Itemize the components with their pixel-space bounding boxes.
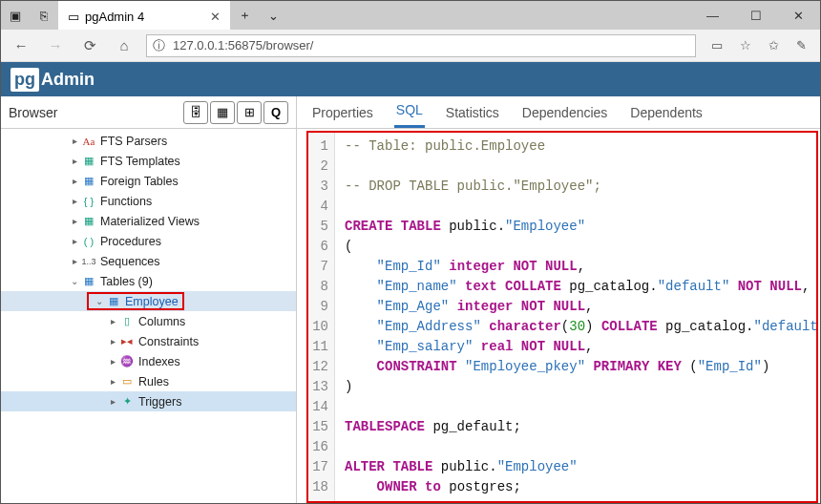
browser-title: Browser <box>9 105 57 120</box>
line-gutter: 123456789101112131415161718 <box>308 133 335 501</box>
functions-icon: { } <box>81 196 96 207</box>
tree-item-fts-parsers[interactable]: ▸AaFTS Parsers <box>1 131 296 151</box>
forward-button[interactable]: → <box>43 37 68 53</box>
constraints-icon: ▸◂ <box>119 335 135 347</box>
home-button[interactable]: ⌂ <box>112 37 137 53</box>
columns-icon: ▯ <box>119 315 135 327</box>
table-icon: ▦ <box>106 295 121 307</box>
tree-item-sequences[interactable]: ▸1..3Sequences <box>1 251 296 271</box>
tree-item-materialized-views[interactable]: ▸▦Materialized Views <box>1 211 296 231</box>
sql-code[interactable]: -- Table: public.Employee -- DROP TABLE … <box>335 133 816 501</box>
tree-item-indexes[interactable]: ▸♒Indexes <box>1 351 296 371</box>
indexes-icon: ♒ <box>119 355 135 368</box>
new-tab-button[interactable]: ＋ <box>230 1 259 30</box>
tab-statistics[interactable]: Statistics <box>444 97 501 128</box>
rules-icon: ▭ <box>119 375 135 388</box>
tree-item-employee[interactable]: ⌄▦Employee <box>1 291 296 311</box>
tab-dependents[interactable]: Dependents <box>628 97 705 128</box>
tab-title: pgAdmin 4 <box>85 10 144 24</box>
query-tool-icon[interactable]: ▦ <box>210 101 235 124</box>
sequences-icon: 1..3 <box>81 257 96 266</box>
url-input[interactable]: ⓘ 127.0.0.1:56875/browser/ <box>146 34 696 57</box>
tab-icon: ▭ <box>68 10 79 24</box>
right-panel: Properties SQL Statistics Dependencies D… <box>297 96 820 504</box>
mat-views-icon: ▦ <box>81 215 96 227</box>
refresh-button[interactable]: ⟳ <box>77 37 102 54</box>
reading-list-icon[interactable]: ✩ <box>768 38 779 52</box>
window-menu-icon[interactable]: ▣ <box>1 1 30 30</box>
pgadmin-brand: Admin <box>41 70 95 90</box>
fts-parsers-icon: Aa <box>81 136 96 147</box>
pgadmin-header: pgAdmin <box>1 62 820 96</box>
close-tab-icon[interactable]: ✕ <box>210 10 221 24</box>
sql-area: 123456789101112131415161718 -- Table: pu… <box>297 129 820 504</box>
detail-tabs: Properties SQL Statistics Dependencies D… <box>297 96 820 129</box>
tree-item-foreign-tables[interactable]: ▸▦Foreign Tables <box>1 171 296 191</box>
browser-header: Browser 🗄 ▦ ⊞ Q <box>1 96 296 129</box>
titlebar: ▣ ⎘ ▭ pgAdmin 4 ✕ ＋ ⌄ — ☐ ✕ <box>1 1 820 30</box>
servers-icon[interactable]: 🗄 <box>183 101 208 124</box>
reading-view-icon[interactable]: ▭ <box>711 38 723 52</box>
tree-item-columns[interactable]: ▸▯Columns <box>1 311 296 331</box>
pgadmin-logo: pg <box>11 68 39 92</box>
foreign-tables-icon: ▦ <box>81 175 96 187</box>
browser-toolbar: 🗄 ▦ ⊞ Q <box>183 101 288 124</box>
tree-item-fts-templates[interactable]: ▸▦FTS Templates <box>1 151 296 171</box>
info-icon: ⓘ <box>153 37 165 54</box>
fts-templates-icon: ▦ <box>81 155 96 167</box>
window-controls: — ☐ ✕ <box>691 1 820 30</box>
set-aside-tabs-icon[interactable]: ⎘ <box>30 1 58 30</box>
tree-item-triggers[interactable]: ▸✦Triggers <box>1 391 296 411</box>
view-data-icon[interactable]: ⊞ <box>237 101 262 124</box>
browser-tabstrip: ▣ ⎘ ▭ pgAdmin 4 ✕ ＋ ⌄ <box>1 1 287 30</box>
maximize-button[interactable]: ☐ <box>734 1 777 30</box>
tree-item-constraints[interactable]: ▸▸◂Constraints <box>1 331 296 351</box>
tables-icon: ▦ <box>81 275 96 287</box>
tree-item-rules[interactable]: ▸▭Rules <box>1 371 296 391</box>
tree-item-procedures[interactable]: ▸( )Procedures <box>1 231 296 251</box>
tab-sql[interactable]: SQL <box>394 94 425 128</box>
notes-icon[interactable]: ✎ <box>796 38 807 52</box>
browser-panel: Browser 🗄 ▦ ⊞ Q ▸AaFTS Parsers ▸▦FTS Tem… <box>1 96 297 504</box>
tree-item-functions[interactable]: ▸{ }Functions <box>1 191 296 211</box>
tab-dependencies[interactable]: Dependencies <box>520 97 610 128</box>
object-tree[interactable]: ▸AaFTS Parsers ▸▦FTS Templates ▸▦Foreign… <box>1 129 296 504</box>
triggers-icon: ✦ <box>119 395 135 408</box>
tab-properties[interactable]: Properties <box>310 97 375 128</box>
addrbar-right-icons: ▭ ☆ ✩ ✎ <box>705 38 812 52</box>
address-bar: ← → ⟳ ⌂ ⓘ 127.0.0.1:56875/browser/ ▭ ☆ ✩… <box>1 30 820 62</box>
close-window-button[interactable]: ✕ <box>777 1 820 30</box>
main-area: Browser 🗄 ▦ ⊞ Q ▸AaFTS Parsers ▸▦FTS Tem… <box>1 96 820 504</box>
minimize-button[interactable]: — <box>691 1 734 30</box>
url-text: 127.0.0.1:56875/browser/ <box>173 38 313 52</box>
procedures-icon: ( ) <box>81 236 96 247</box>
tree-item-tables[interactable]: ⌄▦Tables (9) <box>1 271 296 291</box>
favorite-icon[interactable]: ☆ <box>740 38 751 52</box>
browser-tab-pgadmin[interactable]: ▭ pgAdmin 4 ✕ <box>58 1 230 30</box>
tabs-dropdown-icon[interactable]: ⌄ <box>259 1 287 30</box>
back-button[interactable]: ← <box>9 37 33 53</box>
sql-editor[interactable]: 123456789101112131415161718 -- Table: pu… <box>308 133 816 501</box>
search-icon[interactable]: Q <box>263 101 288 124</box>
